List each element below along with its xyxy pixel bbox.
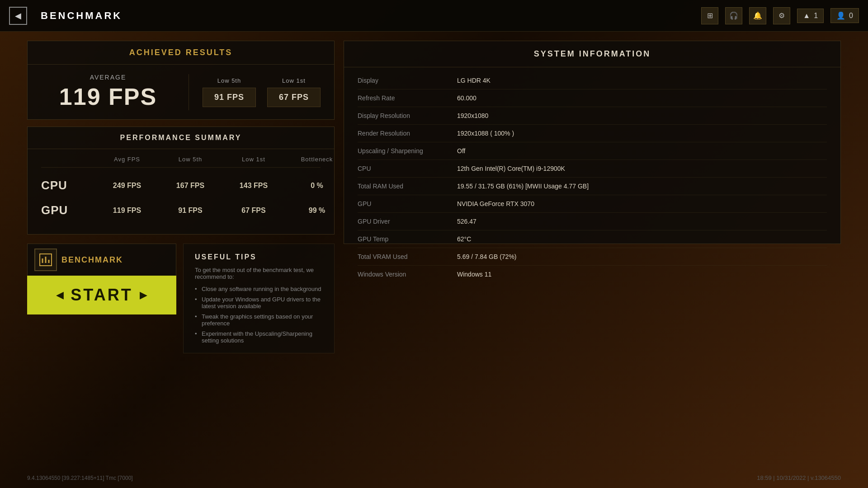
- col-header-bottleneck: Bottleneck: [285, 156, 335, 163]
- cpu-label: CPU: [41, 178, 95, 192]
- sysinfo-row-displayres: Display Resolution 868x488: [358, 107, 827, 125]
- sysinfo-key-refresh: Refresh Rate: [358, 94, 457, 102]
- sysinfo-key-upscaling: Upscaling / Sharpening: [358, 147, 457, 155]
- sysinfo-key-cpu: CPU: [358, 165, 457, 172]
- fps-group: Low 5th 91 FPS Low 1st 67 FPS: [203, 77, 321, 107]
- sysinfo-value-gpu: NVIDIA GeForce RTX 3070: [457, 200, 534, 207]
- page-title: BENCHMARK: [41, 10, 122, 22]
- gpu-low5: 91 FPS: [159, 206, 222, 215]
- sysinfo-row-upscaling: Upscaling / Sharpening Off: [358, 142, 827, 160]
- sysinfo-row-windows: Windows Version Windows 11: [358, 266, 827, 283]
- tips-intro: To get the most out of the benchmark tes…: [195, 267, 323, 280]
- system-information-panel: SYSTEM INFORMATION Display LG HDR 4K Ref…: [344, 41, 841, 244]
- low1-label: Low 1st: [267, 77, 321, 84]
- back-button[interactable]: ◀: [9, 7, 27, 25]
- topbar-right: ⊞ 🎧 🔔 ⚙ ▲ 1 👤 0: [701, 7, 859, 24]
- tip-item-3: Tweak the graphics settings based on you…: [195, 313, 323, 327]
- counter1-icon: ▲: [803, 12, 810, 20]
- left-panel: ACHIEVED RESULTS AVERAGE 119 FPS Low 5th…: [27, 41, 335, 479]
- sysinfo-row-ram: Total RAM Used 19.55 / 31.75 GB (61%) [M…: [358, 178, 827, 195]
- settings-icon-button[interactable]: ⚙: [773, 7, 790, 24]
- cpu-low5: 167 FPS: [159, 182, 222, 190]
- sysinfo-key-vram: Total VRAM Used: [358, 253, 457, 260]
- counter2-icon: 👤: [836, 11, 845, 20]
- sysinfo-value-upscaling: Off: [457, 147, 465, 155]
- tips-title: USEFUL TIPS: [195, 253, 323, 261]
- average-fps-value: 119 FPS: [41, 83, 175, 110]
- counter1[interactable]: ▲ 1: [797, 9, 824, 23]
- sysinfo-header: SYSTEM INFORMATION: [344, 41, 840, 67]
- perf-row-gpu: GPU 119 FPS 91 FPS 67 FPS 99 %: [41, 198, 321, 223]
- topbar-left: ◀ BENCHMARK: [9, 7, 122, 25]
- results-title: ACHIEVED RESULTS: [129, 48, 233, 57]
- start-button[interactable]: ◀ START ▶: [27, 276, 176, 314]
- sysinfo-key-windows: Windows Version: [358, 271, 457, 278]
- benchmark-icon: [34, 249, 57, 271]
- average-section: AVERAGE 119 FPS: [41, 74, 175, 110]
- sysinfo-row-gpu: GPU NVIDIA GeForce RTX 3070: [358, 195, 827, 213]
- gpu-avg-fps: 119 FPS: [95, 206, 159, 215]
- low5-label: Low 5th: [203, 77, 256, 84]
- headphones-icon-button[interactable]: 🎧: [725, 7, 742, 24]
- sysinfo-key-gpu: GPU: [358, 200, 457, 207]
- cpu-low1: 143 FPS: [222, 182, 285, 190]
- start-arrow-left: ◀: [56, 289, 64, 301]
- sysinfo-row-display: Display LG HDR 4K: [358, 72, 827, 89]
- achieved-results-card: ACHIEVED RESULTS AVERAGE 119 FPS Low 5th…: [27, 41, 335, 120]
- sysinfo-table: Display LG HDR 4K Refresh Rate 60.000 Di…: [344, 67, 840, 287]
- tips-list: Close any software running in the backgr…: [195, 286, 323, 344]
- low1-value: 67 FPS: [267, 88, 321, 107]
- tip-item-1: Close any software running in the backgr…: [195, 286, 323, 292]
- sysinfo-row-gputemp: GPU Temp 62°C: [358, 230, 827, 248]
- sysinfo-value-display: LG HDR 4K: [457, 77, 491, 84]
- average-label: AVERAGE: [41, 74, 175, 81]
- cpu-bottleneck: 0 %: [285, 182, 335, 190]
- cpu-avg-fps: 249 FPS: [95, 182, 159, 190]
- timestamp: 18:59 | 10/31/2022 | v.13064550: [757, 474, 841, 481]
- start-button-text: START: [71, 286, 132, 305]
- back-icon: ◀: [15, 11, 21, 21]
- gpu-bottleneck: 99 %: [285, 206, 335, 215]
- sysinfo-key-displayres: Display Resolution: [358, 112, 457, 119]
- sysinfo-row-vram: Total VRAM Used 5.69 / 7.84 GB (72%): [358, 248, 827, 266]
- sysinfo-row-renderres: Render Resolution 1920x1088 ( 100% ): [358, 125, 827, 142]
- benchmark-label-bar: BENCHMARK: [27, 244, 176, 276]
- sysinfo-value-gpudriver: 526.47: [457, 218, 476, 225]
- perf-table: Avg FPS Low 5th Low 1st Bottleneck CPU 2…: [28, 149, 334, 234]
- fps-divider: [189, 74, 189, 110]
- sysinfo-key-renderres: Render Resolution: [358, 130, 457, 137]
- sysinfo-title: SYSTEM INFORMATION: [534, 49, 651, 58]
- benchmark-btn-area: BENCHMARK ◀ START ▶: [27, 244, 176, 353]
- perf-col-headers: Avg FPS Low 5th Low 1st Bottleneck: [41, 156, 321, 168]
- results-body: AVERAGE 119 FPS Low 5th 91 FPS Low 1st 6…: [28, 65, 334, 119]
- sysinfo-value-displayres: 868x488: [457, 112, 488, 119]
- performance-summary-card: PERFORMANCE SUMMARY Avg FPS Low 5th Low …: [27, 127, 335, 235]
- sysinfo-value-cpu: 12th Gen Intel(R) Core(TM) i9-12900K: [457, 165, 565, 172]
- tips-card: USEFUL TIPS To get the most out of the b…: [183, 244, 335, 353]
- version-info: 9.4.13064550 [39.227:1485+11] Tmc [7000]: [27, 475, 133, 481]
- sysinfo-value-gputemp: 62°C: [457, 235, 471, 243]
- perf-row-cpu: CPU 249 FPS 167 FPS 143 FPS 0 %: [41, 173, 321, 198]
- col-header-avg: Avg FPS: [95, 156, 159, 163]
- benchmark-label-text: BENCHMARK: [61, 255, 123, 265]
- col-header-low5: Low 5th: [159, 156, 222, 163]
- low1-item: Low 1st 67 FPS: [267, 77, 321, 107]
- perf-header: PERFORMANCE SUMMARY: [28, 127, 334, 149]
- start-arrow-right: ▶: [140, 289, 147, 301]
- topbar: ◀ BENCHMARK ⊞ 🎧 🔔 ⚙ ▲ 1 👤 0: [0, 0, 868, 32]
- sysinfo-key-gpudriver: GPU Driver: [358, 218, 457, 225]
- sysinfo-value-ram: 19.55 / 31.75 GB (61%) [MWII Usage 4.77 …: [457, 183, 589, 190]
- col-header-low1: Low 1st: [222, 156, 285, 163]
- sysinfo-key-ram: Total RAM Used: [358, 183, 457, 190]
- sysinfo-key-gputemp: GPU Temp: [358, 235, 457, 243]
- counter2[interactable]: 👤 0: [830, 8, 859, 23]
- low5-item: Low 5th 91 FPS: [203, 77, 256, 107]
- sysinfo-row-cpu: CPU 12th Gen Intel(R) Core(TM) i9-12900K: [358, 160, 827, 178]
- sysinfo-row-refresh: Refresh Rate 60.000: [358, 89, 827, 107]
- bell-icon-button[interactable]: 🔔: [749, 7, 766, 24]
- grid-icon-button[interactable]: ⊞: [701, 7, 718, 24]
- sysinfo-row-gpudriver: GPU Driver 526.47: [358, 213, 827, 230]
- sysinfo-value-vram: 5.69 / 7.84 GB (72%): [457, 253, 517, 260]
- sysinfo-value-refresh: 60.000: [457, 94, 476, 102]
- sysinfo-value-renderres: 1920x1088 ( 100% ): [457, 130, 514, 137]
